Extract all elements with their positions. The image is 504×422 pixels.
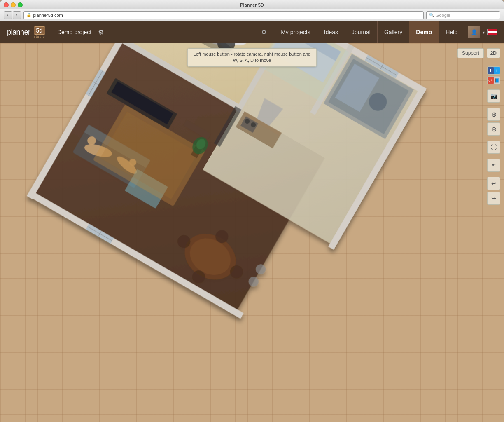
- fullscreen-button[interactable]: ⛶: [487, 141, 500, 154]
- close-button[interactable]: [4, 2, 9, 7]
- nav-dot-indicator: [262, 30, 266, 34]
- camera-icon: 📷: [490, 93, 497, 99]
- project-name: Demo project: [52, 29, 96, 35]
- right-toolbar: f t g+ 📘 📷 ⊕ ⊖ ⛶: [487, 66, 500, 205]
- zoom-in-icon: ⊕: [491, 110, 497, 118]
- zoom-in-button[interactable]: ⊕: [487, 108, 500, 121]
- url-text: planner5d.com: [33, 13, 63, 18]
- app-navbar: planner 5d studio Demo project ⚙ My proj…: [0, 21, 504, 43]
- nav-links: My projects Ideas Journal Gallery Demo H…: [274, 21, 464, 43]
- redo-button[interactable]: ↪: [487, 192, 500, 205]
- search-placeholder: Google: [436, 13, 450, 18]
- logo-area: planner 5d studio: [7, 26, 45, 38]
- search-bar[interactable]: 🔍 Google: [426, 11, 500, 19]
- browser-window: Planner 5D ‹ › 🔒 planner5d.com 🔍 Google …: [0, 0, 504, 422]
- title-bar: Planner 5D: [0, 0, 504, 9]
- language-flag-icon[interactable]: [487, 29, 497, 35]
- forward-button[interactable]: ›: [13, 11, 21, 19]
- gplus-icon: g+: [488, 77, 494, 84]
- logo-text: planner: [7, 28, 30, 37]
- logo-5d: 5d: [34, 26, 45, 35]
- nav-gallery[interactable]: Gallery: [378, 21, 409, 43]
- settings-gear-icon[interactable]: ⚙: [96, 27, 105, 38]
- avatar[interactable]: 👤: [468, 26, 480, 38]
- support-button[interactable]: Support: [457, 48, 484, 58]
- search-icon: 🔍: [429, 13, 434, 17]
- nav-demo[interactable]: Demo: [409, 21, 439, 43]
- lock-icon: 🔒: [26, 13, 31, 17]
- undo-icon: ↩: [491, 180, 496, 187]
- fullscreen-icon: ⛶: [491, 144, 497, 150]
- undo-button[interactable]: ↩: [487, 177, 500, 190]
- tooltip-line2: W, S, A, D to move: [233, 58, 271, 63]
- zoom-out-icon: ⊖: [491, 125, 497, 133]
- units-icon: ft²: [492, 163, 496, 167]
- tooltip-line1: Left mouse button - rotate camera, right…: [194, 52, 310, 56]
- twitter-share-button[interactable]: t: [494, 67, 500, 74]
- social-share-buttons[interactable]: f t: [487, 66, 500, 75]
- back-button[interactable]: ‹: [4, 11, 12, 19]
- maximize-button[interactable]: [18, 2, 23, 7]
- zoom-out-button[interactable]: ⊖: [487, 122, 500, 136]
- facebook-share-button[interactable]: f: [488, 67, 494, 74]
- tooltip-banner: Left mouse button - rotate camera, right…: [187, 48, 317, 67]
- nav-right-area: 👤 ▾: [464, 26, 497, 38]
- address-bar: ‹ › 🔒 planner5d.com 🔍 Google: [0, 9, 504, 21]
- units-button[interactable]: ft²: [487, 159, 500, 172]
- nav-my-projects[interactable]: My projects: [274, 21, 317, 43]
- view-2d-button[interactable]: 2D: [487, 48, 500, 58]
- minimize-button[interactable]: [11, 2, 16, 7]
- navigation-buttons[interactable]: ‹ ›: [4, 11, 21, 19]
- user-dropdown-arrow[interactable]: ▾: [483, 30, 485, 35]
- window-title: Planner 5D: [240, 2, 264, 7]
- googleplus-share-button[interactable]: g+ 📘: [487, 76, 500, 84]
- redo-icon: ↪: [491, 195, 496, 202]
- window-controls[interactable]: [4, 2, 23, 7]
- avatar-image: 👤: [468, 26, 480, 38]
- main-content: Left mouse button - rotate camera, right…: [0, 43, 504, 422]
- url-bar[interactable]: 🔒 planner5d.com: [23, 11, 424, 19]
- nav-journal[interactable]: Journal: [345, 21, 378, 43]
- screenshot-button[interactable]: 📷: [487, 89, 500, 103]
- nav-help[interactable]: Help: [439, 21, 464, 43]
- floorplan-3d-view[interactable]: [0, 43, 504, 422]
- nav-ideas[interactable]: Ideas: [317, 21, 345, 43]
- logo-studio: studio: [34, 35, 45, 38]
